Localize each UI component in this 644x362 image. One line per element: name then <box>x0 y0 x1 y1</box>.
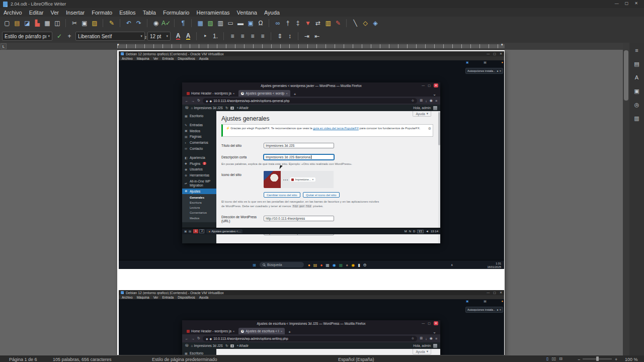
tab-ajustes-generales[interactable]: W Ajustes generales < wordp × <box>238 90 290 97</box>
tab-stop-selector[interactable]: L <box>1 43 7 49</box>
back-button[interactable]: ← <box>185 99 189 103</box>
comments-link-2[interactable]: 4 <box>230 344 234 347</box>
wp-menu-apariencia[interactable]: ◧Apariencia <box>182 155 216 161</box>
insert-endnote-icon[interactable]: ‡ <box>293 18 303 29</box>
wp-menu-comentarios[interactable]: ◗Comentarios <box>182 140 216 146</box>
find-replace-icon[interactable]: ◉ <box>151 18 161 29</box>
page-style[interactable]: Estilo de página predeterminado <box>152 357 217 362</box>
wp2-menu-escritorio[interactable]: ▦ Escritorio <box>182 349 216 355</box>
wp-menu-contacto[interactable]: ✉Contacto <box>182 146 216 152</box>
undo-icon[interactable]: ↶ <box>124 18 134 29</box>
taskbar-search[interactable]: Búsqueda <box>260 262 304 267</box>
remove-site-icon-button[interactable]: Quitar el icono del sitio <box>303 192 340 198</box>
forward-button[interactable]: → <box>191 99 195 103</box>
insert-line-icon[interactable]: ╲ <box>350 18 360 29</box>
page-panel-icon[interactable]: ▥ <box>632 114 642 123</box>
align-center-button[interactable]: ≡ <box>237 31 248 42</box>
insert-image-icon[interactable]: ▧ <box>205 18 215 29</box>
tab-close-icon[interactable]: × <box>281 330 283 333</box>
tray-expand-caret[interactable]: ∧ <box>451 263 453 266</box>
menu-formulario[interactable]: Formulario <box>159 8 193 17</box>
wordpress-url-input[interactable]: http://10.0.113.4/wordpress <box>264 216 334 221</box>
minimize-button[interactable]: — <box>615 2 619 6</box>
numbering-button[interactable]: 1. <box>210 31 220 42</box>
site-title-input[interactable]: Impresiones 3d J2S <box>264 143 334 148</box>
wp-submenu-medios[interactable]: Medios <box>190 216 216 221</box>
tray-d[interactable]: D <box>413 230 415 233</box>
downloads-icon-2[interactable]: ↓ <box>425 337 427 340</box>
vm-panel-app-1[interactable]: ▣ <box>184 230 187 233</box>
notif-status-icon[interactable]: ● <box>501 61 503 64</box>
menu-insertar[interactable]: Insertar <box>62 8 88 17</box>
wp-menu-herramientas[interactable]: ⊕Herramientas <box>182 172 216 178</box>
right-indent-marker[interactable]: ▾ <box>501 43 503 47</box>
vbox-close-button[interactable]: ✕ <box>500 52 502 55</box>
wp-menu-medios[interactable]: ▣Medios <box>182 128 216 134</box>
notif-close-icon[interactable]: × <box>500 69 501 73</box>
redo-icon[interactable]: ↷ <box>134 18 144 29</box>
zoom-in-button[interactable]: + <box>615 357 617 362</box>
vbox2-menu-maquina[interactable]: Máquina <box>135 296 151 299</box>
word-count[interactable]: 105 palabras, 656 caracteres <box>53 357 112 362</box>
wp-menu-paginas[interactable]: ▤Páginas <box>182 134 216 140</box>
insert-chart-icon[interactable]: ▥ <box>215 18 225 29</box>
cross-reference-icon[interactable]: ⇄ <box>313 18 323 29</box>
insert-bookmark-icon[interactable]: ▼ <box>303 18 313 29</box>
comments-link[interactable]: 4 <box>230 107 234 110</box>
horizontal-ruler[interactable]: L ▾ ▾ <box>0 43 623 50</box>
host-firefox-icon[interactable]: ● <box>308 263 310 267</box>
font-name-combo[interactable]: Liberation Serif ▾ <box>75 32 145 41</box>
vbox2-menu-archivo[interactable]: Archivo <box>120 296 135 299</box>
howdy-label-2[interactable]: Hola, admin <box>413 344 431 347</box>
justify-button[interactable]: ≡ <box>258 31 268 42</box>
vbox-menu-archivo[interactable]: Archivo <box>120 57 135 60</box>
tray-es[interactable]: ES <box>417 230 424 233</box>
view-multi-page-icon[interactable]: ▯▯ <box>551 356 556 361</box>
site-home-link[interactable]: ⌂ Impresiones 3d J2S <box>191 106 223 110</box>
updates-icon-2[interactable]: ↻ <box>225 344 228 348</box>
gear-icon[interactable]: ⚙ <box>428 126 431 132</box>
firefox-task-button[interactable]: ● Ajustes generales <... <box>206 229 243 233</box>
vbox2-menu-dispositivos[interactable]: Dispositivos <box>176 296 197 299</box>
vbox-minimize-button[interactable]: — <box>487 52 490 55</box>
vbox-menu-ver[interactable]: Ver <box>151 57 160 60</box>
gallery-icon[interactable]: ▣ <box>632 86 642 96</box>
document-page[interactable]: Debian 12 (entorno grafico) [Corriendo] … <box>117 50 505 355</box>
reload-button[interactable]: ↻ <box>197 99 200 103</box>
wp-menu-ajustes[interactable]: ⚙Ajustes <box>182 189 216 195</box>
new-style-icon[interactable]: + <box>64 31 74 42</box>
insert-field-icon[interactable]: ▣ <box>246 18 256 29</box>
highlight-color-button[interactable]: A <box>183 31 193 42</box>
maximize-button[interactable]: ▢ <box>625 2 629 6</box>
host-chrome-icon[interactable]: ◉ <box>351 263 355 267</box>
add-new-link[interactable]: + Añadir <box>236 106 249 110</box>
scrollbar-thumb[interactable] <box>438 112 440 145</box>
help-tab-2[interactable]: Ayuda ▾ <box>413 349 431 354</box>
save-icon[interactable]: ◪ <box>22 18 32 29</box>
paragraph-style-combo[interactable]: Estilo de párrafo predetermi ▾ <box>2 32 52 41</box>
wp-menu-usuarios[interactable]: ◉Usuarios <box>182 166 216 172</box>
new-tab-button[interactable]: + <box>292 92 298 97</box>
track-changes-icon[interactable]: ✎ <box>333 18 343 29</box>
cut-icon[interactable]: ✂ <box>69 18 79 29</box>
styles-icon[interactable]: A <box>632 73 642 82</box>
popularfx-video-link[interactable]: guía en video del tema PopularFX <box>313 127 359 130</box>
workspace-1[interactable]: 1 <box>193 229 198 233</box>
wp-menu-entradas[interactable]: ✎Entradas <box>182 122 216 128</box>
page-count[interactable]: Página 1 de 6 <box>9 357 37 362</box>
basic-shapes-icon[interactable]: ◇ <box>360 18 370 29</box>
left-indent-marker[interactable]: ▾ <box>117 43 119 47</box>
menu-ventana[interactable]: Ventana <box>233 8 261 17</box>
font-size-combo[interactable]: 12 pt ▾ <box>147 32 171 41</box>
menu-icon[interactable]: ≡ <box>435 99 437 103</box>
indent-increase-button[interactable]: ⇥ <box>302 31 312 42</box>
wp-logo-icon-2[interactable]: Ⓦ <box>185 343 189 348</box>
align-right-button[interactable]: ≡ <box>248 31 258 42</box>
view-single-page-icon[interactable]: ▯ <box>546 356 548 361</box>
host-gimp-icon[interactable]: ● <box>346 263 348 267</box>
tab-close-icon[interactable]: × <box>286 92 288 95</box>
host-folder-icon[interactable]: ▤ <box>313 263 317 267</box>
indent-decrease-button[interactable]: ⇤ <box>312 31 322 42</box>
reload-button-2[interactable]: ↻ <box>197 336 200 340</box>
font-color-button[interactable]: A <box>173 31 183 42</box>
